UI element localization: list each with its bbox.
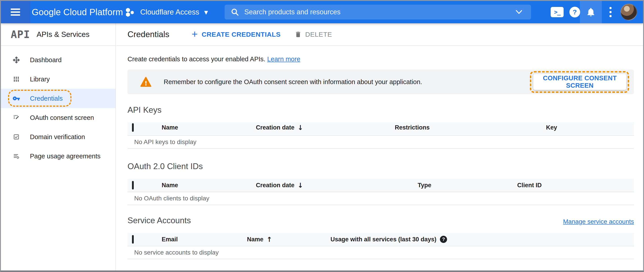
column-header-name[interactable]: Name ↑ (235, 235, 328, 243)
page-content: Create credentials to access your enable… (116, 55, 643, 259)
column-header-key: Key (469, 124, 634, 131)
select-all-checkbox[interactable] (132, 181, 134, 189)
notifications-button[interactable] (580, 1, 602, 23)
three-dots-icon (610, 7, 612, 17)
sidebar-nav: Dashboard Library Credentials (1, 50, 116, 166)
search-icon (230, 8, 240, 17)
service-accounts-table-header: Email Name ↑ Usage with all services (la… (128, 233, 634, 246)
chevron-down-icon[interactable] (514, 9, 524, 15)
consent-screen-icon (12, 114, 20, 121)
column-header-creation-date[interactable]: Creation date ↓ (244, 181, 355, 189)
service-accounts-empty-state: No service accounts to display (128, 246, 634, 259)
intro-text: Create credentials to access your enable… (128, 55, 634, 63)
notice-message: Remember to configure the OAuth consent … (164, 78, 422, 86)
help-button[interactable]: ? (569, 1, 580, 23)
gcp-logo[interactable]: Google Cloud Platform (32, 1, 123, 23)
top-app-bar: Google Cloud Platform Cloudflare Access … (1, 1, 643, 23)
more-options-button[interactable] (605, 1, 616, 23)
search-bar[interactable] (225, 5, 531, 20)
sort-asc-icon: ↑ (266, 235, 272, 243)
usage-help-icon[interactable]: ? (440, 236, 447, 243)
learn-more-link[interactable]: Learn more (267, 55, 300, 63)
manage-service-accounts-link[interactable]: Manage service accounts (563, 218, 634, 225)
sidebar-item-dashboard[interactable]: Dashboard (1, 50, 116, 70)
api-keys-table-header: Name Creation date ↓ Restrictions Key (128, 122, 634, 136)
consent-notice-banner: Remember to configure the OAuth consent … (128, 70, 634, 94)
domain-verification-icon (12, 133, 20, 141)
project-name: Cloudflare Access (140, 8, 199, 16)
avatar (620, 4, 637, 20)
api-product-logo: API (11, 28, 30, 41)
column-header-usage: Usage with all services (last 30 days) ? (328, 236, 634, 243)
page-title: Credentials (128, 30, 169, 39)
delete-button[interactable]: DELETE (294, 31, 332, 38)
project-hexagons-icon (125, 7, 135, 17)
sidebar-item-credentials[interactable]: Credentials (1, 89, 116, 108)
nav-menu-zone[interactable] (1, 1, 30, 23)
sort-desc-icon: ↓ (298, 181, 303, 189)
dashboard-icon (12, 56, 20, 64)
sidebar: API APIs & Services Dashboa (1, 23, 116, 270)
api-keys-empty-state: No API keys to display (128, 136, 634, 149)
gcp-console-window: Google Cloud Platform Cloudflare Access … (0, 0, 644, 272)
select-all-checkbox[interactable] (132, 235, 134, 244)
sidebar-item-oauth-consent-screen[interactable]: OAuth consent screen (1, 108, 116, 127)
project-selector[interactable]: Cloudflare Access ▼ (125, 1, 208, 23)
cloud-shell-button[interactable]: >_ (550, 1, 564, 23)
plus-icon: + (192, 29, 198, 40)
menu-icon[interactable] (11, 9, 20, 16)
help-icon: ? (570, 7, 580, 18)
page-toolbar: Credentials + CREATE CREDENTIALS DELETE (116, 23, 643, 46)
sidebar-product-title: APIs & Services (36, 30, 90, 39)
column-header-name: Name (150, 124, 244, 131)
sidebar-item-page-usage-agreements[interactable]: Page usage agreements (1, 147, 116, 166)
sidebar-item-library[interactable]: Library (1, 70, 116, 89)
configure-consent-screen-button[interactable]: CONFIGURE CONSENT SCREEN (533, 74, 626, 90)
oauth-clients-table-header: Name Creation date ↓ Type Client ID (128, 179, 634, 192)
account-button[interactable] (620, 1, 638, 23)
trash-icon (294, 31, 302, 38)
section-title-api-keys: API Keys (128, 105, 634, 115)
main-panel: Credentials + CREATE CREDENTIALS DELETE … (116, 23, 643, 270)
sidebar-header: API APIs & Services (1, 23, 116, 46)
library-icon (12, 75, 20, 83)
section-title-oauth-clients: OAuth 2.0 Client IDs (128, 162, 634, 171)
cloud-shell-icon: >_ (551, 7, 564, 17)
bell-icon (586, 7, 596, 17)
key-icon (12, 95, 20, 102)
column-header-client-id: Client ID (494, 182, 565, 189)
project-dropdown-icon: ▼ (204, 9, 208, 15)
column-header-creation-date[interactable]: Creation date ↓ (244, 124, 355, 131)
oauth-clients-empty-state: No OAuth clients to display (128, 192, 634, 205)
create-credentials-button[interactable]: + CREATE CREDENTIALS (192, 29, 280, 40)
column-header-name: Name (150, 182, 244, 189)
sidebar-item-domain-verification[interactable]: Domain verification (1, 127, 116, 147)
select-all-checkbox[interactable] (132, 123, 134, 132)
column-header-restrictions: Restrictions (355, 124, 469, 131)
warning-icon (140, 76, 152, 87)
section-title-service-accounts: Service Accounts (128, 216, 191, 225)
search-input[interactable] (244, 8, 514, 16)
column-header-type: Type (355, 182, 494, 189)
column-header-email: Email (150, 236, 235, 243)
page-usage-icon (12, 152, 20, 160)
sort-desc-icon: ↓ (298, 124, 303, 131)
